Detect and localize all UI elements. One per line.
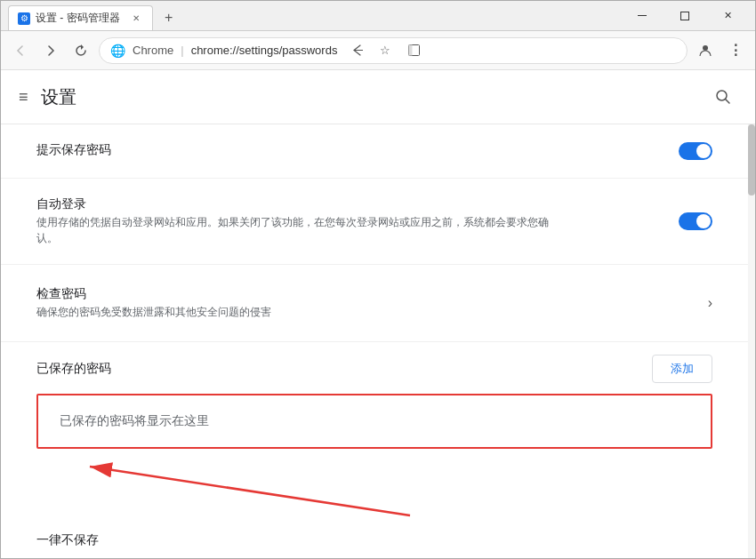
active-tab[interactable]: 设置 - 密码管理器 ✕ <box>8 5 153 30</box>
back-button[interactable] <box>8 38 33 63</box>
refresh-button[interactable] <box>68 38 93 63</box>
settings-header: ≡ 设置 <box>1 70 755 124</box>
saved-passwords-section: 已保存的密码 添加 已保存的密码将显示在这里 <box>1 342 748 532</box>
bookmark-icon[interactable]: ☆ <box>373 38 398 63</box>
svg-rect-1 <box>681 12 689 20</box>
svg-line-9 <box>90 467 410 515</box>
account-icon[interactable] <box>693 38 718 63</box>
address-bar[interactable]: 🌐 Chrome | chrome://settings/passwords ☆ <box>99 37 688 64</box>
chrome-menu-button[interactable]: ⋮ <box>723 38 748 63</box>
offer-save-row: 提示保存密码 <box>36 137 712 165</box>
tab-favicon <box>18 12 30 25</box>
minimize-button[interactable] <box>622 1 663 31</box>
arrow-area <box>36 458 712 520</box>
offer-save-label: 提示保存密码 <box>36 142 664 158</box>
saved-passwords-label: 已保存的密码 <box>36 361 111 377</box>
check-passwords-desc: 确保您的密码免受数据泄露和其他安全问题的侵害 <box>36 304 552 320</box>
auto-login-info: 自动登录 使用存储的凭据自动登录网站和应用。如果关闭了该功能，在您每次登录网站或… <box>36 196 664 246</box>
url-text: chrome://settings/passwords <box>191 44 338 57</box>
auto-login-label: 自动登录 <box>36 196 664 212</box>
never-save-section: 一律不保存 一律不保存密码的网站将显示在这里 <box>1 532 748 558</box>
window-controls: ✕ <box>622 1 755 31</box>
scrollbar-thumb[interactable] <box>748 124 755 196</box>
red-arrow-svg <box>81 458 437 520</box>
address-actions: ☆ <box>344 38 426 63</box>
chrome-logo-icon: 🌐 <box>110 44 125 58</box>
sidebar-toggle-icon[interactable] <box>401 38 426 63</box>
offer-save-info: 提示保存密码 <box>36 142 664 160</box>
close-button[interactable]: ✕ <box>707 1 748 31</box>
content-wrapper: 提示保存密码 自动登录 使用存储的凭据自动登录网站和应用。如果关闭了该功能，在您… <box>1 124 755 558</box>
check-passwords-info: 检查密码 确保您的密码免受数据泄露和其他安全问题的侵害 <box>36 286 708 320</box>
svg-rect-4 <box>408 45 412 56</box>
search-button[interactable] <box>709 83 737 111</box>
chevron-right-icon: › <box>708 295 712 311</box>
share-icon[interactable] <box>344 38 369 63</box>
saved-passwords-header: 已保存的密码 添加 <box>36 355 712 383</box>
main-panel[interactable]: 提示保存密码 自动登录 使用存储的凭据自动登录网站和应用。如果关闭了该功能，在您… <box>1 124 748 558</box>
offer-save-section: 提示保存密码 <box>1 124 748 179</box>
add-password-button[interactable]: 添加 <box>652 355 712 383</box>
saved-passwords-box: 已保存的密码将显示在这里 <box>36 394 712 449</box>
never-save-label: 一律不保存 <box>36 532 712 548</box>
hamburger-menu-icon[interactable]: ≡ <box>19 88 28 107</box>
tab-area: 设置 - 密码管理器 ✕ + <box>1 1 622 30</box>
address-separator: | <box>181 44 183 57</box>
page-title: 设置 <box>41 85 76 109</box>
check-passwords-label: 检查密码 <box>36 286 708 302</box>
auto-login-desc: 使用存储的凭据自动登录网站和应用。如果关闭了该功能，在您每次登录网站或应用之前，… <box>36 214 552 246</box>
check-passwords-section: 检查密码 确保您的密码免受数据泄露和其他安全问题的侵害 › <box>1 265 748 342</box>
svg-line-7 <box>726 100 730 104</box>
auto-login-row: 自动登录 使用存储的凭据自动登录网站和应用。如果关闭了该功能，在您每次登录网站或… <box>36 191 712 252</box>
maximize-button[interactable] <box>664 1 705 31</box>
svg-marker-2 <box>81 44 84 50</box>
tab-close-button[interactable]: ✕ <box>129 12 143 26</box>
settings-title-area: ≡ 设置 <box>19 85 76 109</box>
titlebar: 设置 - 密码管理器 ✕ + ✕ <box>1 1 755 31</box>
forward-button[interactable] <box>38 38 63 63</box>
svg-point-5 <box>703 45 708 51</box>
browser-window: 设置 - 密码管理器 ✕ + ✕ 🌐 <box>0 0 756 559</box>
svg-rect-0 <box>638 15 647 16</box>
tab-title: 设置 - 密码管理器 <box>36 11 120 26</box>
chrome-label: Chrome <box>133 44 173 57</box>
scrollbar-track[interactable] <box>748 124 755 558</box>
addressbar: 🌐 Chrome | chrome://settings/passwords ☆… <box>1 31 755 70</box>
new-tab-button[interactable]: + <box>157 5 181 30</box>
auto-login-toggle[interactable] <box>679 212 712 230</box>
check-passwords-row[interactable]: 检查密码 确保您的密码免受数据泄露和其他安全问题的侵害 › <box>36 277 712 329</box>
auto-login-section: 自动登录 使用存储的凭据自动登录网站和应用。如果关闭了该功能，在您每次登录网站或… <box>1 179 748 265</box>
offer-save-toggle[interactable] <box>679 142 712 160</box>
saved-passwords-placeholder: 已保存的密码将显示在这里 <box>60 413 209 429</box>
